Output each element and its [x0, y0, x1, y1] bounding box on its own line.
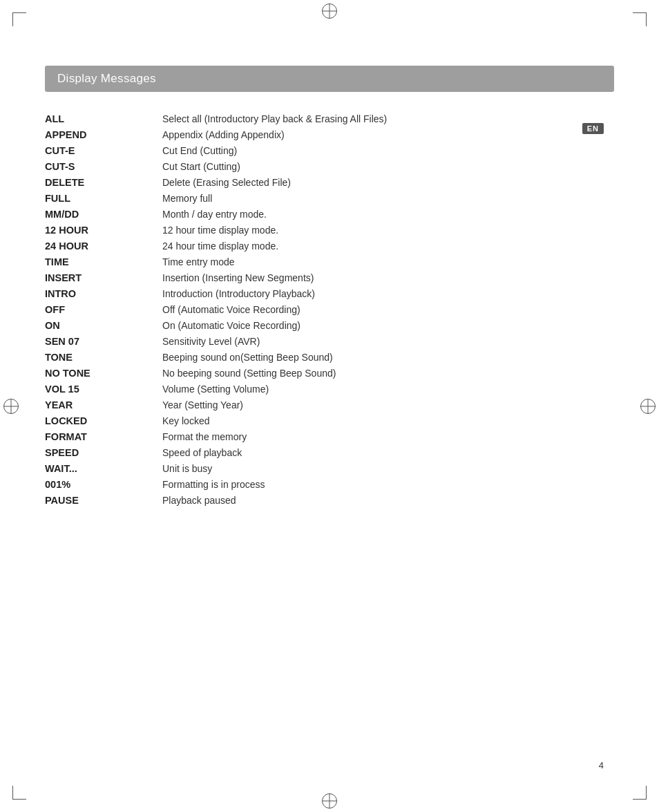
- corner-mark-tr: [626, 12, 647, 33]
- table-row: FULLMemory full: [45, 190, 614, 206]
- message-code: CUT-E: [45, 142, 162, 158]
- message-description: Speed of playback: [162, 444, 614, 460]
- message-description: Memory full: [162, 190, 614, 206]
- message-code: VOL 15: [45, 381, 162, 397]
- message-code: APPEND: [45, 126, 162, 142]
- message-code: FORMAT: [45, 428, 162, 444]
- message-code: LOCKED: [45, 413, 162, 428]
- table-row: CUT-ECut End (Cutting): [45, 142, 614, 158]
- corner-mark-bl: [12, 779, 33, 800]
- message-code: FULL: [45, 190, 162, 206]
- table-row: PAUSEPlayback paused: [45, 492, 614, 508]
- message-description: Format the memory: [162, 428, 614, 444]
- message-code: ALL: [45, 111, 162, 126]
- message-description: Month / day entry mode.: [162, 206, 614, 222]
- table-row: SEN 07Sensitivity Level (AVR): [45, 333, 614, 349]
- crosshair-circle-right: [640, 399, 656, 414]
- message-code: INSERT: [45, 270, 162, 285]
- table-row: WAIT...Unit is busy: [45, 460, 614, 476]
- table-row: MM/DDMonth / day entry mode.: [45, 206, 614, 222]
- crosshair-circle-top: [322, 3, 337, 19]
- message-code: 24 HOUR: [45, 238, 162, 254]
- message-description: Sensitivity Level (AVR): [162, 333, 614, 349]
- message-code: ON: [45, 317, 162, 333]
- message-description: Insertion (Inserting New Segments): [162, 270, 614, 285]
- table-row: INSERTInsertion (Inserting New Segments): [45, 270, 614, 285]
- table-row: CUT-SCut Start (Cutting): [45, 158, 614, 174]
- message-description: Year (Setting Year): [162, 397, 614, 413]
- message-code: SPEED: [45, 444, 162, 460]
- table-row: TONEBeeping sound on(Setting Beep Sound): [45, 349, 614, 365]
- table-row: SPEEDSpeed of playback: [45, 444, 614, 460]
- crosshair-circle-bottom: [322, 793, 337, 809]
- message-description: Off (Automatic Voice Recording): [162, 301, 614, 317]
- message-description: On (Automatic Voice Recording): [162, 317, 614, 333]
- content-area: ALLSelect all (Introductory Play back & …: [45, 111, 614, 508]
- message-code: WAIT...: [45, 460, 162, 476]
- message-description: No beeping sound (Setting Beep Sound): [162, 365, 614, 381]
- header-banner: Display Messages: [45, 66, 614, 92]
- message-code: 12 HOUR: [45, 222, 162, 238]
- message-description: Introduction (Introductory Playback): [162, 285, 614, 301]
- page-number: 4: [599, 760, 604, 771]
- table-row: LOCKEDKey locked: [45, 413, 614, 428]
- message-description: Appendix (Adding Appendix): [162, 126, 614, 142]
- table-row: 24 HOUR24 hour time display mode.: [45, 238, 614, 254]
- table-row: YEARYear (Setting Year): [45, 397, 614, 413]
- message-code: TONE: [45, 349, 162, 365]
- message-code: INTRO: [45, 285, 162, 301]
- message-description: Delete (Erasing Selected File): [162, 174, 614, 190]
- message-code: SEN 07: [45, 333, 162, 349]
- page-title: Display Messages: [57, 72, 156, 86]
- table-row: VOL 15Volume (Setting Volume): [45, 381, 614, 397]
- message-code: MM/DD: [45, 206, 162, 222]
- table-row: 001%Formatting is in process: [45, 476, 614, 492]
- message-description: 24 hour time display mode.: [162, 238, 614, 254]
- table-row: NO TONENo beeping sound (Setting Beep So…: [45, 365, 614, 381]
- crosshair-top: [322, 3, 337, 19]
- table-row: 12 HOUR12 hour time display mode.: [45, 222, 614, 238]
- messages-table: ALLSelect all (Introductory Play back & …: [45, 111, 614, 508]
- message-description: Playback paused: [162, 492, 614, 508]
- table-row: ONOn (Automatic Voice Recording): [45, 317, 614, 333]
- crosshair-circle-left: [3, 399, 19, 414]
- message-code: NO TONE: [45, 365, 162, 381]
- corner-mark-tl: [12, 12, 33, 33]
- message-code: YEAR: [45, 397, 162, 413]
- message-code: CUT-S: [45, 158, 162, 174]
- message-description: Time entry mode: [162, 254, 614, 270]
- table-row: OFFOff (Automatic Voice Recording): [45, 301, 614, 317]
- message-description: Key locked: [162, 413, 614, 428]
- table-row: FORMATFormat the memory: [45, 428, 614, 444]
- table-row: TIMETime entry mode: [45, 254, 614, 270]
- message-description: Beeping sound on(Setting Beep Sound): [162, 349, 614, 365]
- table-row: ALLSelect all (Introductory Play back & …: [45, 111, 614, 126]
- message-description: Cut Start (Cutting): [162, 158, 614, 174]
- message-description: Formatting is in process: [162, 476, 614, 492]
- message-description: Volume (Setting Volume): [162, 381, 614, 397]
- message-description: 12 hour time display mode.: [162, 222, 614, 238]
- message-description: Unit is busy: [162, 460, 614, 476]
- crosshair-right: [640, 399, 656, 414]
- message-description: Cut End (Cutting): [162, 142, 614, 158]
- table-row: INTROIntroduction (Introductory Playback…: [45, 285, 614, 301]
- message-code: OFF: [45, 301, 162, 317]
- message-code: PAUSE: [45, 492, 162, 508]
- message-code: TIME: [45, 254, 162, 270]
- message-code: DELETE: [45, 174, 162, 190]
- crosshair-left: [3, 399, 19, 414]
- table-row: APPENDAppendix (Adding Appendix): [45, 126, 614, 142]
- message-code: 001%: [45, 476, 162, 492]
- message-description: Select all (Introductory Play back & Era…: [162, 111, 614, 126]
- table-row: DELETEDelete (Erasing Selected File): [45, 174, 614, 190]
- crosshair-bottom: [322, 793, 337, 809]
- corner-mark-br: [626, 779, 647, 800]
